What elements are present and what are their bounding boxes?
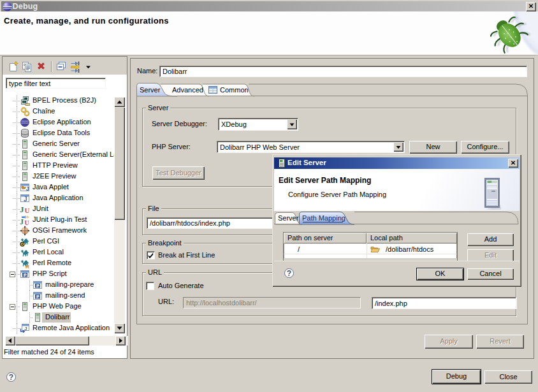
svg-text:U: U (25, 207, 30, 214)
svg-text:U: U (25, 219, 29, 226)
svg-text:P: P (36, 294, 40, 299)
svg-text:J: J (20, 217, 24, 225)
svg-text:J: J (24, 326, 27, 331)
svg-text:Server: Server (278, 214, 299, 222)
svg-text:Path Mapping: Path Mapping (302, 214, 345, 222)
svg-text:J: J (20, 205, 24, 214)
svg-text:Server: Server (140, 86, 161, 94)
svg-text:P: P (24, 273, 27, 277)
svg-text:R: R (25, 264, 29, 269)
svg-text:Common: Common (220, 86, 249, 94)
svg-text:J: J (26, 185, 29, 192)
svg-text:Advanced: Advanced (172, 86, 203, 94)
svg-text:P: P (36, 284, 40, 288)
svg-text:J: J (24, 196, 27, 203)
